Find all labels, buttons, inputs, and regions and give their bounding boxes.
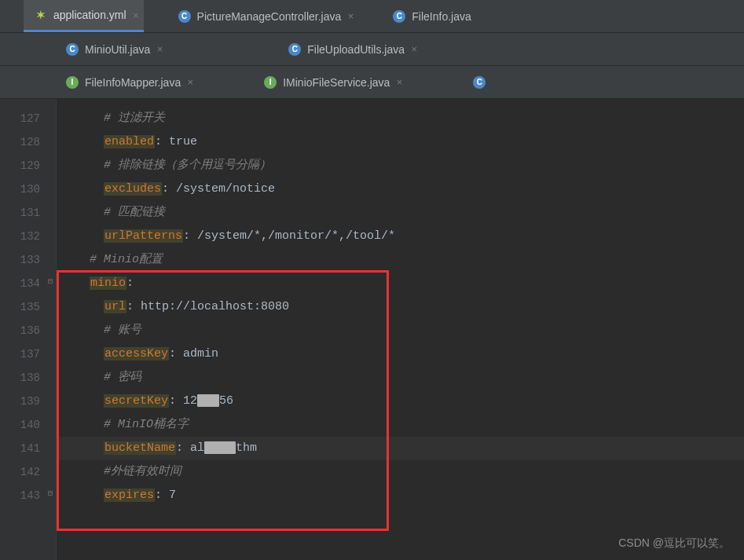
code-line[interactable]: expires: 7 [57,484,744,507]
tab-spacer [144,0,167,32]
yaml-comment: # 过滤开关 [104,112,165,125]
yaml-comment: # Minio配置 [90,253,163,266]
yaml-value: : /system/*,/monitor/*,/tool/* [183,229,395,243]
code-line[interactable]: minio: [57,272,744,295]
close-icon[interactable]: × [157,43,163,55]
tab-bar: application.yml × PictureManageControlle… [0,0,744,99]
yaml-key: enabled [104,135,155,148]
yml-icon [35,9,47,21]
code-line[interactable]: urlPatterns: /system/*,/monitor/*,/tool/… [57,225,744,248]
yaml-value: : http://localhost:8080 [126,300,289,313]
yaml-value: thm [236,441,257,455]
tab-fileinfomapper[interactable]: FileInfoMapper.java × [55,66,198,98]
java-interface-icon [264,76,277,89]
java-interface-icon [66,76,79,89]
yaml-comment: # 密码 [104,371,141,384]
code-line[interactable]: bucketName: althm [57,437,744,460]
yaml-value: : 7 [155,489,176,502]
code-line[interactable]: # Minio配置 [57,248,744,272]
tab-label: FileUploadUtils.java [307,43,405,56]
java-class-icon [393,10,405,23]
watermark-text: CSDN @逗比可以笑。 [618,536,730,551]
tab-spacer [0,66,55,98]
redacted-text [197,394,219,407]
code-line[interactable]: accessKey: admin [57,342,744,366]
tab-label: application.yml [53,9,126,21]
tab-label: MinioUtil.java [85,43,150,56]
yaml-key: expires [104,489,155,502]
yaml-comment: # 匹配链接 [104,206,165,219]
code-line[interactable]: # MinIO桶名字 [57,413,744,437]
code-line[interactable]: enabled: true [57,130,744,154]
close-icon[interactable]: × [397,76,403,88]
tab-spacer [0,0,24,32]
tab-iminiofileservice[interactable]: IMinioFileService.java × [253,66,407,98]
yaml-value: : /system/notice [162,182,275,196]
tab-application-yml[interactable]: application.yml × [24,0,144,32]
code-line[interactable]: # 账号 [57,319,744,342]
tab-spacer [358,0,382,32]
close-icon[interactable]: × [348,10,354,22]
tab-miniutil[interactable]: MinioUtil.java × [55,33,167,65]
tab-extra-partial[interactable] [462,66,486,98]
java-class-icon [288,43,301,56]
code-editor[interactable]: 127 128 129 130 131 132 133 134 135 136 … [0,99,744,560]
redacted-text [204,441,236,454]
yaml-comment: # 账号 [104,324,141,337]
tab-row-3: FileInfoMapper.java × IMinioFileService.… [0,66,744,99]
yaml-value: : true [155,135,197,148]
tab-label: FileInfoMapper.java [85,76,181,89]
yaml-key: bucketName [104,441,176,455]
yaml-key: excludes [104,182,162,196]
tab-row-2: MinioUtil.java × FileUploadUtils.java × [0,33,744,66]
close-icon[interactable]: × [133,9,139,21]
code-line[interactable]: secretKey: 1256 [57,390,744,413]
tab-spacer [167,33,277,65]
tab-spacer [198,66,253,98]
tab-row-1: application.yml × PictureManageControlle… [0,0,744,33]
yaml-comment: # 排除链接（多个用逗号分隔） [104,159,271,172]
yaml-key: minio [90,276,126,290]
yaml-key: urlPatterns [104,229,183,243]
yaml-key: accessKey [104,347,169,361]
code-line[interactable]: # 匹配链接 [57,201,744,225]
fold-close-icon[interactable]: ⊟ [46,490,54,498]
java-class-icon [66,43,79,56]
tab-label: PictureManageController.java [197,10,342,23]
tab-label: FileInfo.java [412,10,471,23]
yaml-value: 56 [219,394,233,408]
tab-label: IMinioFileService.java [283,76,390,89]
fold-column: ⊟ ⊟ [45,99,56,560]
code-line[interactable]: #外链有效时间 [57,460,744,484]
yaml-value: : 12 [169,394,197,408]
code-line[interactable]: url: http://localhost:8080 [57,295,744,319]
tab-spacer [0,33,55,65]
yaml-key: url [104,300,126,313]
yaml-value: : al [176,441,204,455]
code-area[interactable]: # 过滤开关 enabled: true # 排除链接（多个用逗号分隔） exc… [57,99,744,560]
line-number-gutter: 127 128 129 130 131 132 133 134 135 136 … [0,99,57,560]
fold-open-icon[interactable]: ⊟ [46,278,54,286]
tab-fileinfo[interactable]: FileInfo.java [382,0,488,32]
tab-spacer [407,66,462,98]
close-icon[interactable]: × [411,43,417,55]
yaml-comment: # MinIO桶名字 [104,418,189,431]
code-line[interactable]: # 排除链接（多个用逗号分隔） [57,154,744,178]
java-class-icon [178,10,191,23]
yaml-value: : admin [169,347,218,361]
yaml-value: : [126,276,134,290]
code-line[interactable]: excludes: /system/notice [57,178,744,201]
tab-picturemanagecontroller[interactable]: PictureManageController.java × [167,0,359,32]
close-icon[interactable]: × [188,76,194,88]
java-class-icon [473,76,486,89]
code-line[interactable]: # 过滤开关 [57,107,744,130]
tab-fileuploadutils[interactable]: FileUploadUtils.java × [277,33,422,65]
yaml-key: secretKey [104,394,169,408]
code-line[interactable]: # 密码 [57,366,744,390]
yaml-comment: #外链有效时间 [104,465,181,478]
